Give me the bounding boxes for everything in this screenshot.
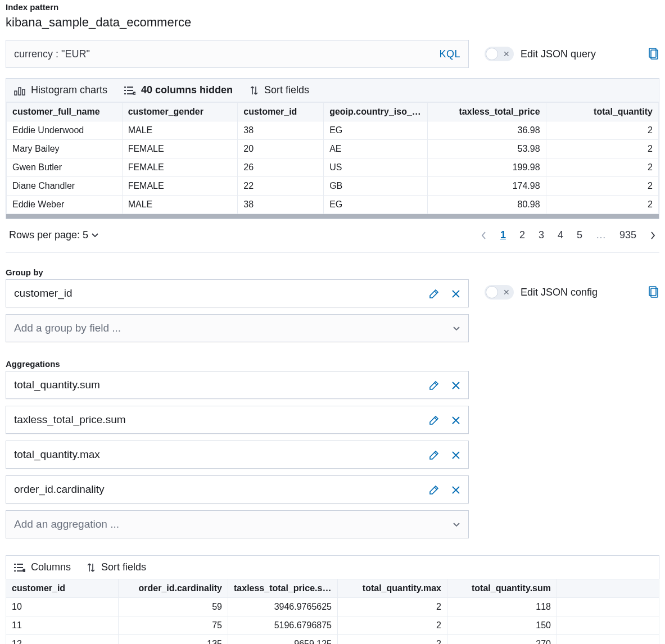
chevron-down-icon: [453, 322, 460, 334]
svg-rect-2: [15, 91, 17, 95]
table-header[interactable]: total_quantity.max: [338, 579, 447, 598]
edit-json-config-toggle[interactable]: ✕: [485, 285, 514, 300]
table-row[interactable]: 121359659.1252270: [6, 635, 659, 645]
svg-rect-18: [17, 567, 23, 568]
svg-rect-8: [127, 90, 133, 91]
pagination: 1 2 3 4 5 … 935: [481, 229, 656, 241]
table-row[interactable]: 10593946.97656252118: [6, 598, 659, 616]
svg-rect-19: [14, 570, 16, 572]
clipboard-icon[interactable]: [648, 48, 659, 60]
close-icon[interactable]: [451, 414, 460, 426]
group-by-label: Group by: [6, 265, 659, 279]
index-pattern-value[interactable]: kibana_sample_data_ecommerce: [6, 14, 659, 34]
preview-table-2: customer_idorder_id.cardinalitytaxless_t…: [6, 579, 659, 644]
add-group-by-field[interactable]: Add a group by field ...: [6, 314, 469, 342]
query-text: currency : "EUR": [14, 48, 90, 60]
table-header[interactable]: customer_id: [6, 579, 119, 598]
svg-rect-9: [124, 93, 126, 94]
svg-rect-15: [14, 564, 16, 565]
page-2[interactable]: 2: [519, 229, 525, 241]
edit-icon[interactable]: [429, 379, 439, 391]
chevron-down-icon: [453, 518, 460, 530]
edit-json-config-label: Edit JSON config: [521, 287, 598, 298]
table-header[interactable]: total_quantity: [546, 103, 658, 121]
preview-table: customer_full_namecustomer_gendercustome…: [6, 102, 659, 214]
svg-rect-5: [124, 87, 126, 88]
edit-json-query-toggle[interactable]: ✕: [485, 47, 514, 61]
page-prev-button[interactable]: [481, 229, 487, 241]
table-row[interactable]: Eddie WeberMALE38EG80.982: [7, 196, 659, 214]
aggregations-label: Aggregations: [6, 357, 659, 371]
index-pattern-label: Index pattern: [6, 0, 659, 14]
svg-rect-20: [17, 570, 23, 572]
svg-point-21: [22, 569, 25, 572]
edit-icon[interactable]: [429, 414, 439, 426]
table-header[interactable]: customer_gender: [122, 103, 238, 121]
close-icon[interactable]: [451, 484, 460, 496]
query-language-button[interactable]: KQL: [439, 48, 460, 60]
rows-per-page-button[interactable]: Rows per page: 5: [9, 229, 99, 241]
edit-icon[interactable]: [429, 449, 439, 461]
page-3[interactable]: 3: [539, 229, 544, 241]
svg-text:+: +: [134, 92, 135, 95]
sort-fields-button-2[interactable]: Sort fields: [87, 561, 146, 573]
close-icon[interactable]: [451, 379, 460, 391]
close-icon: ✕: [503, 288, 510, 297]
page-1[interactable]: 1: [500, 229, 506, 241]
table-header[interactable]: taxless_total_price.sum: [228, 579, 338, 598]
edit-icon[interactable]: [429, 288, 439, 300]
columns-button[interactable]: Columns: [14, 561, 71, 573]
aggregation-pill[interactable]: total_quantity.sum: [6, 371, 469, 399]
clipboard-icon[interactable]: [648, 286, 659, 298]
table-header[interactable]: total_quantity.sum: [447, 579, 557, 598]
edit-json-query-label: Edit JSON query: [521, 48, 596, 60]
svg-rect-17: [14, 567, 16, 568]
table-header[interactable]: customer_full_name: [7, 103, 123, 121]
table-row[interactable]: Diane ChandlerFEMALE22GB174.982: [7, 177, 659, 196]
page-5[interactable]: 5: [577, 229, 582, 241]
page-ellipsis: …: [596, 229, 606, 241]
table-header[interactable]: geoip.country_iso_co…: [324, 103, 428, 121]
edit-icon[interactable]: [429, 484, 439, 496]
group-by-pill-customer-id[interactable]: customer_id: [6, 279, 469, 307]
page-4[interactable]: 4: [558, 229, 563, 241]
svg-rect-4: [22, 89, 25, 95]
chevron-down-icon: [91, 233, 99, 238]
table-header[interactable]: customer_id: [238, 103, 324, 121]
table-row[interactable]: Eddie UnderwoodMALE38EG36.982: [7, 121, 659, 140]
table-row[interactable]: Mary BaileyFEMALE20AE53.982: [7, 140, 659, 158]
aggregation-pill[interactable]: total_quantity.max: [6, 441, 469, 469]
add-aggregation[interactable]: Add an aggregation ...: [6, 510, 469, 538]
aggregation-pill[interactable]: order_id.cardinality: [6, 475, 469, 504]
sort-fields-button[interactable]: Sort fields: [250, 84, 309, 96]
columns-hidden-button[interactable]: + 40 columns hidden: [124, 84, 233, 96]
close-icon[interactable]: [451, 288, 460, 300]
aggregation-pill[interactable]: taxless_total_price.sum: [6, 406, 469, 434]
query-input[interactable]: currency : "EUR" KQL: [6, 40, 469, 68]
svg-rect-7: [124, 90, 126, 91]
close-icon: ✕: [503, 49, 510, 58]
svg-rect-16: [17, 564, 23, 565]
svg-rect-10: [127, 93, 133, 94]
table-row[interactable]: 11755196.67968752150: [6, 616, 659, 635]
table-header[interactable]: order_id.cardinality: [119, 579, 228, 598]
svg-rect-3: [19, 88, 21, 95]
svg-rect-6: [127, 87, 133, 88]
page-next-button[interactable]: [650, 229, 656, 241]
histogram-charts-button[interactable]: Histogram charts: [14, 84, 107, 96]
table-row[interactable]: Gwen ButlerFEMALE26US199.982: [7, 158, 659, 177]
table-header[interactable]: taxless_total_price: [427, 103, 546, 121]
horizontal-scrollbar[interactable]: [6, 214, 659, 219]
close-icon[interactable]: [451, 449, 460, 461]
page-last[interactable]: 935: [619, 229, 636, 241]
